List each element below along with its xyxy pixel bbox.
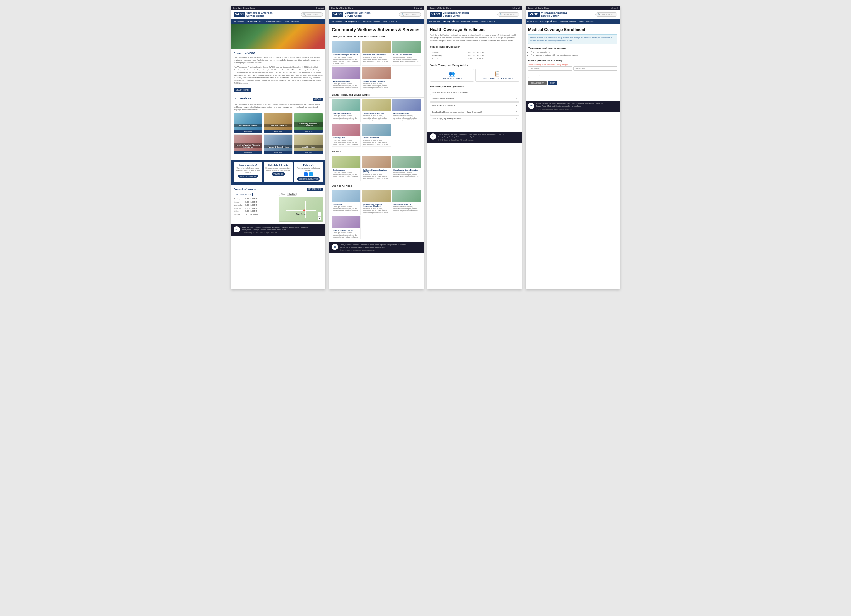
card-youth-support[interactable]: Youth General Support Lorem ipsum dolor … — [362, 99, 391, 122]
map-zoom-in[interactable]: + — [317, 216, 321, 220]
search-box-4[interactable]: 🔍 Search VASC... — [595, 12, 618, 17]
footer-agencies[interactable]: Agencies & Departments — [282, 226, 299, 228]
last-name-input-2[interactable] — [528, 74, 618, 78]
footer3-agencies[interactable]: Agencies & Departments — [478, 134, 495, 135]
faq-item-3[interactable]: How do I know if I'm eligible? › — [430, 102, 519, 108]
service-card-justice[interactable]: Justice & Court System Read More — [264, 134, 293, 155]
footer2-volunteer[interactable]: Volunteer Opportunities — [352, 244, 369, 246]
footer4-terms[interactable]: Terms of Use — [571, 105, 581, 107]
youth-card-enroll[interactable]: 👥 ENROLL IN SERVICES — [430, 69, 474, 82]
nav2-roadshow[interactable]: Roadshow Services — [363, 21, 380, 23]
nav2-our-services[interactable]: Our Services — [331, 21, 342, 23]
footer4-accessibility[interactable]: Accessibility — [562, 105, 570, 107]
nav2-about[interactable]: About Us — [389, 21, 397, 23]
last-name-input[interactable] — [573, 66, 618, 71]
footer4-county-services[interactable]: County Services — [536, 102, 547, 104]
footer2-terms[interactable]: Terms of Use — [375, 246, 384, 248]
footer3-contact[interactable]: Contact Us — [497, 134, 505, 135]
nav4-events[interactable]: Events — [578, 21, 584, 23]
card-cancer-support-group[interactable]: Cancer Support Group Lorem ipsum dolor s… — [332, 216, 361, 239]
footer4-contact[interactable]: Contact Us — [595, 102, 603, 104]
footer-accessibility[interactable]: Accessibility — [267, 229, 276, 231]
service-card-legal[interactable]: Legal Services Read More — [294, 134, 323, 155]
search-box-3[interactable]: 🔍 Search VASC... — [497, 12, 519, 17]
facebook-icon[interactable]: f — [304, 173, 308, 176]
map-placeholder[interactable]: San Jose 📍 + − — [279, 197, 323, 222]
nav2-events[interactable]: Events — [382, 21, 388, 23]
search-box-2[interactable]: 🔍 Search VASC... — [399, 12, 421, 17]
map-tab-satellite[interactable]: Satellite — [287, 192, 297, 196]
service-btn-community[interactable]: Read More — [294, 130, 323, 133]
service-card-housing[interactable]: Housing, Work, & Financial Assistance Re… — [233, 134, 263, 155]
learn-more-button[interactable]: LEARN MORE — [233, 88, 251, 92]
view-all-button[interactable]: VIEW ALL — [313, 98, 323, 101]
card-cancer-support[interactable]: Cancer Support Groups Lorem ipsum dolor … — [362, 67, 391, 90]
footer2-county-services[interactable]: County Services — [340, 244, 351, 246]
footer-privacy[interactable]: Privacy Policy — [242, 229, 251, 231]
go-back-button[interactable]: GO BACK SUBMIT — [528, 81, 547, 85]
footer2-accessibility[interactable]: Accessibility — [365, 246, 374, 248]
faq-item-4[interactable]: Can I get healthcare coverage outside of… — [430, 109, 519, 115]
card-community-sharing[interactable]: Community Sharing Lorem ipsum dolor sit … — [392, 190, 421, 215]
card-ihss[interactable]: In-Home Support Services (IHSS) Lorem ip… — [362, 156, 391, 181]
nav3-events[interactable]: Events — [480, 21, 486, 23]
search-box-1[interactable]: 🔍 Search VASC... — [301, 12, 323, 17]
nav3-about[interactable]: About Us — [487, 21, 495, 23]
footer4-volunteer[interactable]: Volunteer Opportunities — [549, 102, 565, 104]
get-directions-header-button[interactable]: GET DIRECTIONS — [307, 188, 323, 191]
map-zoom-out[interactable]: − — [317, 212, 321, 216]
nav3-gioi-thieu[interactable]: Giới Thiệu về VASC — [442, 21, 460, 23]
service-btn-justice[interactable]: Read More — [264, 151, 292, 154]
nav4-roadshow[interactable]: Roadshow Services — [559, 21, 576, 23]
faq-item-1[interactable]: How long does it take to enroll in MediC… — [430, 89, 519, 95]
service-card-community[interactable]: Community Wellness & Activities Read Mor… — [294, 113, 323, 133]
nav4-gioi-thieu[interactable]: Giới Thiệu về VASC — [540, 21, 558, 23]
footer-county-services[interactable]: County Services — [242, 226, 253, 228]
footer3-volunteer[interactable]: Volunteer Opportunities — [451, 134, 467, 135]
youth-card-valley[interactable]: 📋 ENROLL IN VALLEY HEALTH PLAN — [475, 69, 519, 82]
card-senior-abuse[interactable]: Senior Abuse Lorem ipsum dolor sit amet,… — [332, 156, 361, 181]
service-btn-food[interactable]: Read More — [264, 130, 292, 133]
nav2-gioi-thieu[interactable]: Giới Thiệu về VASC — [344, 21, 361, 23]
service-card-food[interactable]: Food and Nutrition Read More — [264, 113, 293, 133]
card-homework-center[interactable]: Homework Center Lorem ipsum dolor sit am… — [392, 99, 421, 122]
footer-terms[interactable]: Terms of Use — [277, 229, 286, 231]
card-covid19[interactable]: COVID-19 Resources Lorem ipsum dolor sit… — [392, 41, 421, 66]
twitter-icon[interactable]: t — [309, 173, 313, 176]
card-social-activities[interactable]: Social Activities & Exercise Lorem ipsum… — [392, 156, 421, 181]
card-youth-connection[interactable]: Youth Connection Lorem ipsum dolor sit a… — [362, 124, 391, 147]
footer4-privacy[interactable]: Privacy Policy — [536, 105, 546, 107]
service-card-healthcare[interactable]: Healthcare Services Read More — [233, 113, 263, 133]
footer2-agencies[interactable]: Agencies & Departments — [380, 244, 397, 246]
card-wellness-activities[interactable]: Wellness Activities Lorem ipsum dolor si… — [332, 67, 361, 90]
nav-our-services[interactable]: Our Services — [233, 21, 244, 23]
newsletter-button[interactable]: JOIN OUR NEWSLETTER — [297, 177, 319, 180]
nav4-our-services[interactable]: Our Services — [528, 21, 538, 23]
card-wellness-prevention[interactable]: Wellness and Prevention Lorem ipsum dolo… — [362, 41, 391, 66]
nav-events[interactable]: Events — [284, 21, 289, 23]
first-name-input[interactable] — [528, 66, 572, 71]
nav3-our-services[interactable]: Our Services — [429, 21, 440, 23]
nav3-roadshow[interactable]: Roadshow Services — [461, 21, 478, 23]
service-btn-housing[interactable]: Read More — [234, 151, 262, 154]
footer-volunteer[interactable]: Volunteer Opportunities — [254, 226, 271, 228]
footer3-privacy[interactable]: Privacy Policy — [438, 136, 448, 138]
footer3-terms[interactable]: Terms of Use — [473, 136, 483, 138]
faq-item-2[interactable]: When can I see a doctor? › — [430, 96, 519, 102]
card-health-enrollment[interactable]: Health Coverage Enrollment Lorem ipsum d… — [332, 41, 361, 66]
footer2-contact[interactable]: Contact Us — [398, 244, 406, 246]
footer2-meetings[interactable]: Meetings & Events — [351, 246, 364, 248]
next-button[interactable]: NEXT — [548, 81, 557, 85]
footer2-links-policy[interactable]: Links Policy — [370, 244, 379, 246]
footer3-county-services[interactable]: County Services — [438, 134, 450, 135]
view-more-button[interactable]: VIEW MORE — [272, 173, 284, 176]
card-summer-internships[interactable]: Summer Internships Lorem ipsum dolor sit… — [332, 99, 361, 122]
footer4-links-policy[interactable]: Links Policy — [567, 102, 575, 104]
footer2-privacy[interactable]: Privacy Policy — [340, 246, 350, 248]
get-directions-button[interactable]: GET DIRECTIONS — [233, 192, 253, 196]
footer-contact[interactable]: Contact Us — [300, 226, 308, 228]
service-btn-legal[interactable]: Read More — [294, 151, 323, 154]
footer3-meetings[interactable]: Meetings & Events — [449, 136, 462, 138]
footer-links-policy[interactable]: Links Policy — [272, 226, 280, 228]
footer3-accessibility[interactable]: Accessibility — [463, 136, 472, 138]
